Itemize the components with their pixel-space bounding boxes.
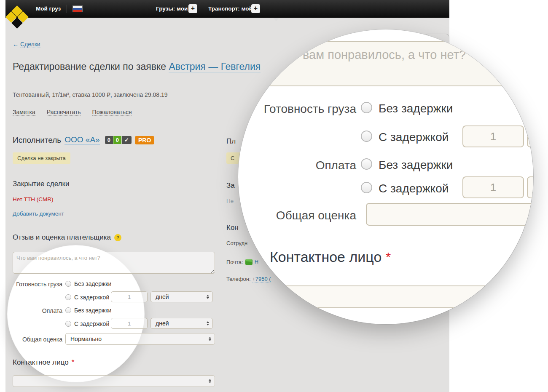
lens-required-mark: *: [386, 250, 391, 265]
review-heading-text: Отзыв и оценка плательщика: [13, 233, 111, 242]
ati-logo-icon[interactable]: [7, 7, 27, 27]
lens-readiness-delay-input: 1: [462, 125, 524, 147]
payment-no-delay-label: Без задержки: [74, 307, 111, 314]
overall-rating-value: Нормально: [70, 336, 102, 342]
add-cargo-button[interactable]: +: [188, 4, 197, 13]
payer-closing-heading: За: [226, 181, 235, 190]
performer-company-link[interactable]: ООО «А»: [64, 135, 99, 145]
lens-overall-rating-select: [366, 203, 533, 226]
lens-payment-label: Оплата: [238, 159, 356, 172]
payment-label: Оплата: [13, 307, 62, 314]
payment-with-delay-radio[interactable]: [65, 321, 71, 327]
lens-payment-no-delay-label: Без задержки: [379, 158, 453, 172]
deal-status-badge: Сделка не закрыта: [13, 152, 70, 164]
rating-badges: 0 0 ✓: [105, 136, 132, 144]
overall-rating-select[interactable]: Нормально: [65, 333, 215, 345]
page-title-text: Редактирование сделки по заявке: [13, 61, 166, 72]
russian-flag-icon[interactable]: [73, 5, 83, 12]
lens-payment-with-delay-label: С задержкой: [379, 182, 449, 195]
phone-row: Телефон: +7950 (: [226, 276, 271, 282]
email-link[interactable]: Н: [255, 259, 258, 265]
payer-section-heading: Пл: [226, 137, 236, 146]
back-to-deals-link[interactable]: Сделки: [20, 41, 40, 48]
back-arrow-icon: ←: [13, 41, 19, 48]
payment-with-delay-label: С задержкой: [74, 320, 109, 327]
page-title: Редактирование сделки по заявке Австрия …: [13, 61, 261, 72]
email-envelope-icon: [245, 259, 253, 265]
nav-transport-mine[interactable]: Транспорт: мой: [208, 0, 253, 18]
overall-rating-label: Общая оценка: [13, 336, 62, 343]
readiness-delay-input[interactable]: [111, 291, 148, 302]
required-mark: *: [72, 358, 75, 367]
contacts-heading: Кон: [226, 224, 239, 232]
email-row: Почта: Н: [226, 259, 258, 265]
magnifier-lens: вам понравилось, а что нет? Готовность г…: [238, 29, 533, 324]
readiness-unit-select[interactable]: дней: [150, 291, 213, 302]
readiness-no-delay-radio[interactable]: [65, 281, 71, 287]
phone-link[interactable]: +7950 (: [252, 276, 271, 283]
review-textarea[interactable]: [13, 252, 215, 274]
lens-overall-rating-label: Общая оценка: [238, 209, 356, 222]
lens-readiness-unit-select: [527, 125, 533, 147]
readiness-with-delay-label: С задержкой: [74, 294, 109, 301]
nav-divider: [67, 5, 67, 13]
contact-person-select[interactable]: [13, 375, 215, 387]
contact-heading-text: Контактное лицо: [13, 358, 69, 367]
readiness-unit-value: дней: [156, 293, 169, 300]
select-stepper-icon: [207, 321, 209, 325]
payer-document-note: Не: [226, 198, 234, 204]
claims-badge[interactable]: 0: [105, 136, 113, 144]
nav-cargos-mine[interactable]: Грузы: мои: [156, 0, 188, 18]
deal-actions: Заметка Распечатать Пожаловаться: [13, 109, 132, 116]
select-stepper-icon: [207, 295, 209, 299]
lens-contact-person-heading: Контактное лицо *: [270, 249, 391, 265]
add-document-link[interactable]: Добавить документ: [13, 211, 64, 217]
lens-readiness-no-delay-radio: [361, 102, 372, 113]
check-badge[interactable]: ✓: [122, 136, 132, 144]
payment-delay-input[interactable]: [111, 318, 148, 329]
lens-payment-unit-select: [527, 176, 533, 198]
lens-readiness-no-delay-label: Без задержки: [379, 102, 453, 115]
deal-summary: Тентованный, 1т/1м³, ставка 1000 ₽, закл…: [13, 91, 168, 98]
payment-unit-select[interactable]: дней: [150, 318, 213, 329]
lens-readiness-with-delay-radio: [361, 131, 372, 142]
lens-readiness-with-delay-label: С задержкой: [379, 131, 449, 144]
readiness-with-delay-radio[interactable]: [65, 294, 71, 300]
employee-text: Сотрудн: [226, 240, 247, 246]
breadcrumb: ← Сделки: [13, 41, 40, 48]
review-section-heading: Отзыв и оценка плательщика ?: [13, 233, 121, 242]
contact-person-heading: Контактное лицо *: [13, 358, 74, 367]
lens-payment-delay-input: 1: [462, 176, 524, 198]
recommendations-badge[interactable]: 0: [113, 136, 121, 144]
request-link[interactable]: Австрия — Гевгелия: [169, 61, 261, 72]
lens-contact-heading-text: Контактное лицо: [270, 249, 381, 265]
add-transport-button[interactable]: +: [251, 4, 260, 13]
print-link[interactable]: Распечатать: [47, 109, 81, 116]
lens-payment-no-delay-radio: [361, 158, 372, 170]
performer-row: Исполнитель ООО «А» 0 0 ✓ PRO: [13, 135, 154, 145]
phone-label: Телефон:: [226, 276, 251, 282]
help-icon[interactable]: ?: [114, 234, 121, 241]
note-link[interactable]: Заметка: [13, 109, 35, 116]
email-label: Почта:: [226, 259, 243, 265]
performer-label: Исполнитель: [13, 136, 61, 145]
payment-unit-value: дней: [156, 320, 169, 327]
readiness-label: Готовность груза: [13, 281, 62, 288]
pro-status-badge: PRO: [135, 136, 154, 144]
missing-document-warning: Нет ТТН (CMR): [13, 196, 53, 203]
lens-placeholder-text: вам понравилось, а что нет?: [303, 48, 466, 62]
payment-no-delay-radio[interactable]: [65, 307, 71, 313]
complain-link[interactable]: Пожаловаться: [92, 109, 132, 116]
nav-my-cargo[interactable]: Мой груз: [36, 0, 61, 18]
select-stepper-icon: [209, 379, 211, 383]
closing-section-heading: Закрытие сделки: [13, 180, 69, 188]
select-stepper-icon: [209, 337, 211, 341]
readiness-no-delay-label: Без задержки: [74, 280, 111, 287]
lens-payment-with-delay-radio: [361, 182, 372, 193]
